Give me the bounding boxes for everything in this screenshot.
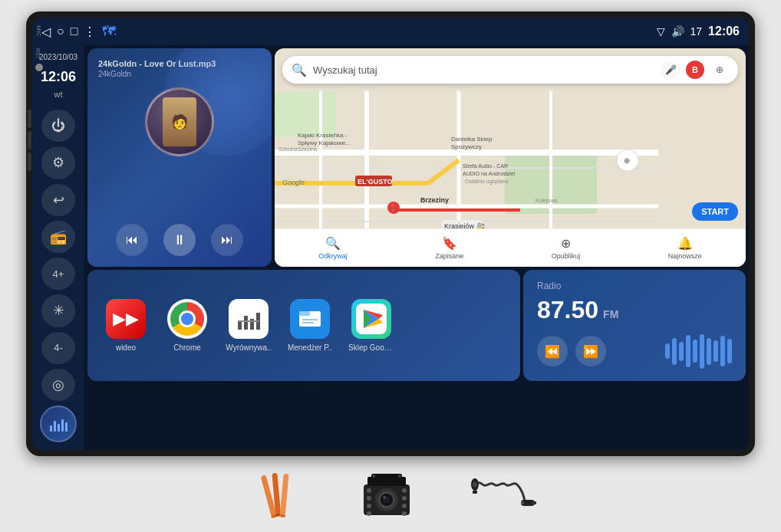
vol-down-icon: 4- [54,342,63,353]
wave-bar-10 [727,339,732,363]
rewind-icon: ⏪ [545,344,560,359]
edge-btn-3[interactable] [28,153,31,171]
back-button[interactable]: ◁ [41,25,51,39]
location-button[interactable]: ◎ [41,369,75,401]
edge-buttons [28,110,31,171]
discover-label: Odkrywaj [318,252,348,260]
svg-rect-38 [238,322,242,330]
reset-button[interactable] [35,64,43,71]
cable-svg [467,469,536,523]
status-time: 12:06 [708,25,740,38]
svg-rect-81 [532,501,536,504]
store-label: Sklep Googl... [348,343,394,352]
map-search-text: Wyszukaj tutaj [313,64,655,76]
app-store[interactable]: Sklep Googl... [348,299,394,352]
radio-rewind-button[interactable]: ⏪ [537,336,568,366]
svg-text:Spożywczy: Spożywczy [451,143,482,150]
music-artist: 24kGoldn [98,70,261,78]
location-icon: ◎ [52,376,64,393]
play-icon: ⏸ [173,232,186,248]
svg-text:Spływy Kajakowe...: Spływy Kajakowe... [298,140,351,146]
power-button[interactable]: ⏻ [41,110,75,142]
rst-label: RST [35,48,41,59]
music-title: 24kGoldn - Love Or Lust.mp3 [98,59,261,68]
publish-label: Opublikuj [552,252,581,260]
next-button[interactable]: ⏭ [211,224,243,256]
accessories-row [26,465,755,527]
equalizer-icon [229,299,269,339]
map-start-button[interactable]: START [692,202,738,221]
google-logo: Google [282,179,305,186]
wave-bar-5 [693,340,697,363]
map-bottom-bar: 🔍 Odkrywaj 🔖 Zapisane ⊕ Opublikuj [275,228,746,267]
bottom-row: ▶ wideo Chrome [87,270,746,381]
album-art: 🧑 [145,87,214,156]
edge-btn-2[interactable] [28,131,31,149]
map-avatar-button[interactable]: B [686,61,704,79]
app-files[interactable]: Menedżer P.. [287,299,333,352]
app-wideo[interactable]: ▶ wideo [103,299,149,352]
map-nav-publish[interactable]: ⊕ Opublikuj [552,236,581,260]
power-icon: ⏻ [51,118,65,134]
svg-text:Strefa Audio - CAR: Strefa Audio - CAR [463,163,508,169]
svg-text:EL'GUSTO: EL'GUSTO [358,178,392,186]
edge-btn-1[interactable] [28,110,31,128]
map-search-icon: 🔍 [292,63,307,77]
vol-up-button[interactable]: 4+ [41,258,75,290]
map-nav-saved[interactable]: 🔖 Zapisane [435,236,463,260]
maps-icon[interactable]: 🗺 [102,24,116,40]
map-widget[interactable]: 🔍 Wyszukaj tutaj 🎤 B ⊕ [275,48,746,267]
svg-text:Danielka Sklep: Danielka Sklep [451,136,493,143]
saved-icon: 🔖 [442,236,457,251]
home-button[interactable]: ○ [57,25,64,38]
map-nav-latest[interactable]: 🔔 Najnowsze [668,236,702,260]
map-nav-discover[interactable]: 🔍 Odkrywaj [318,236,348,260]
svg-rect-61 [371,474,402,478]
music-player: 24kGoldn - Love Or Lust.mp3 24kGoldn 🧑 [87,48,272,267]
map-search-bar[interactable]: 🔍 Wyszukaj tutaj 🎤 B ⊕ [282,56,738,84]
recents-button[interactable]: □ [71,25,78,38]
wideo-label: wideo [116,343,136,352]
app-equalizer[interactable]: Wyrównywa.. [226,299,272,352]
svg-point-63 [398,475,401,478]
svg-point-79 [473,482,477,487]
device-frame: MIC RST ◁ ○ □ ⋮ 🗺 ▽ 🔊 17 12:06 [26,11,755,456]
svg-point-72 [402,488,407,493]
prev-button[interactable]: ⏮ [116,224,148,256]
volume-level: 17 [690,25,703,38]
svg-point-75 [402,511,407,516]
svg-rect-1 [275,91,336,137]
main-content: 2023/10/03 12:06 wt ⏻ ⚙ ↩ 📻 4+ [32,45,749,450]
wave-bar-8 [713,340,718,362]
map-mic-button[interactable]: 🎤 [661,61,680,79]
nav-buttons: ◁ ○ □ ⋮ 🗺 [41,24,116,40]
svg-text:Szkolna: Szkolna [278,146,298,152]
wave-bar-3 [679,342,684,361]
svg-text:AUDIO na Androidzie!: AUDIO na Androidzie! [463,171,516,176]
sidebar-day: wt [54,90,63,99]
svg-rect-46 [302,319,318,320]
mic-label: MIC [35,25,42,37]
menu-button[interactable]: ⋮ [84,25,96,39]
map-settings-button[interactable]: ⊕ [710,61,729,79]
back-nav-icon: ↩ [53,192,64,209]
svg-point-71 [367,511,371,516]
camera-svg [352,469,421,523]
sidebar-time: 12:06 [41,69,76,85]
settings-button[interactable]: ⚙ [41,146,75,179]
app-chrome[interactable]: Chrome [164,299,210,352]
svg-point-73 [402,496,407,501]
waveform-badge [40,406,77,442]
forward-icon: ⏩ [583,344,598,359]
radio-forward-button[interactable]: ⏩ [575,336,606,366]
bluetooth-button[interactable]: ✳ [41,294,75,327]
wave-bar-1 [665,343,670,359]
play-pause-button[interactable]: ⏸ [163,224,196,256]
map-background: 📍 Kajaki Krasieńka - Spływy Kajakowe... … [275,91,746,228]
svg-rect-47 [302,322,314,323]
radio-button[interactable]: 📻 [41,221,75,253]
vol-down-button[interactable]: 4- [41,332,75,364]
back-nav-button[interactable]: ↩ [41,184,75,216]
next-icon: ⏭ [221,233,233,247]
chrome-icon [170,302,204,336]
